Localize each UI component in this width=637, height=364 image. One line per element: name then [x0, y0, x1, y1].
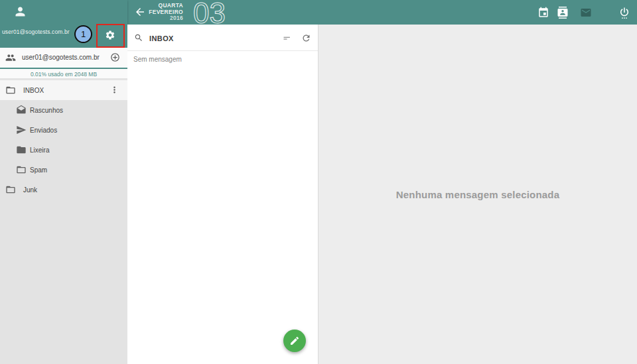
mail-module-icon-active[interactable] [580, 7, 592, 19]
date-day-number: 03 [192, 0, 239, 26]
folder-label: INBOX [23, 87, 44, 94]
message-list-toolbar: INBOX [127, 25, 318, 51]
send-icon [16, 125, 27, 135]
folder-label: Junk [23, 186, 37, 194]
pencil-edit-icon [289, 335, 300, 346]
contacts-module-icon[interactable] [557, 7, 569, 19]
folder-row-spam[interactable]: Spam [0, 160, 127, 180]
accounts-group-icon [5, 52, 16, 63]
compose-fab-button[interactable] [283, 330, 306, 352]
logout-power-icon[interactable] [618, 7, 630, 19]
folder-label: Lixeira [30, 147, 49, 154]
mailbox-title: INBOX [149, 34, 174, 42]
main-header: QUARTA FEVEREIRO 2016 03 [127, 0, 637, 25]
folder-row-rascunhos[interactable]: Rascunhos [0, 100, 127, 120]
folder-label: Rascunhos [30, 107, 63, 114]
account-email-label: user01@sogotests.com.br [22, 54, 100, 61]
folder-row-junk[interactable]: Junk [0, 180, 127, 200]
message-list-column: INBOX Sem mensagem [127, 25, 318, 364]
date-stack[interactable]: QUARTA FEVEREIRO 2016 [146, 3, 183, 22]
folder-menu-kebab-icon[interactable] [109, 85, 119, 95]
add-circle-icon[interactable] [110, 52, 120, 62]
folder-row-enviados[interactable]: Enviados [0, 120, 127, 140]
annotation-step-number: 1 [81, 29, 86, 39]
message-preview-pane: Nenhuma mensagem selecionada [318, 25, 637, 364]
back-arrow-icon[interactable] [134, 6, 146, 18]
folder-label: Enviados [30, 127, 57, 134]
user-avatar-icon [13, 5, 27, 19]
calendar-module-icon[interactable] [537, 7, 549, 19]
sidebar: user01@sogotests.com.br user01@sogotests… [0, 0, 127, 364]
folder-outline-icon [5, 184, 16, 195]
account-section: user01@sogotests.com.br 0.01% usado em 2… [0, 48, 127, 78]
annotation-highlight-box [96, 24, 125, 48]
svg-text:03: 03 [193, 0, 226, 26]
folder-outline-icon [5, 85, 16, 95]
quota-progress-bar [0, 68, 127, 69]
preview-empty-text: Nenhuma mensagem selecionada [318, 189, 637, 200]
annotation-step-badge: 1 [74, 25, 92, 43]
drafts-icon [16, 105, 27, 115]
folder-label: Spam [30, 166, 47, 174]
quota-label: 0.01% usado em 2048 MB [0, 71, 127, 78]
folder-outline-icon [16, 164, 27, 175]
refresh-icon[interactable] [301, 33, 311, 43]
folder-row-inbox[interactable]: INBOX [0, 80, 127, 100]
folder-row-lixeira[interactable]: Lixeira [0, 140, 127, 160]
sort-icon[interactable] [282, 33, 292, 43]
search-icon[interactable] [134, 33, 143, 42]
list-empty-text: Sem mensagem [133, 56, 182, 63]
account-row[interactable]: user01@sogotests.com.br [0, 48, 127, 68]
date-year: 2016 [146, 15, 183, 22]
folder-filled-icon [16, 145, 27, 155]
